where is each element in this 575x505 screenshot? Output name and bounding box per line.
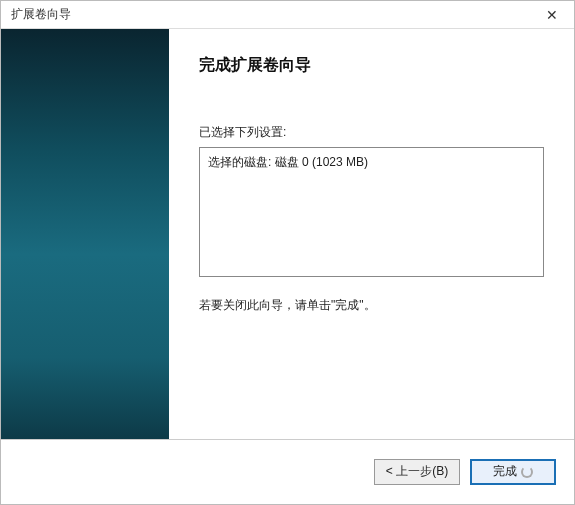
settings-summary-box: 选择的磁盘: 磁盘 0 (1023 MB) <box>199 147 544 277</box>
finish-button[interactable]: 完成 <box>470 459 556 485</box>
wizard-sidebar-graphic <box>1 29 169 439</box>
settings-summary-text: 选择的磁盘: 磁盘 0 (1023 MB) <box>208 155 368 169</box>
close-icon: ✕ <box>546 7 558 23</box>
wizard-content: 完成扩展卷向导 已选择下列设置: 选择的磁盘: 磁盘 0 (1023 MB) 若… <box>169 29 574 439</box>
loading-spinner-icon <box>521 466 533 478</box>
wizard-heading: 完成扩展卷向导 <box>199 55 544 76</box>
title-bar: 扩展卷向导 ✕ <box>1 1 574 29</box>
back-button[interactable]: < 上一步(B) <box>374 459 460 485</box>
settings-label: 已选择下列设置: <box>199 124 544 141</box>
finish-button-label: 完成 <box>493 463 517 480</box>
close-button[interactable]: ✕ <box>529 1 574 29</box>
wizard-footer: < 上一步(B) 完成 <box>1 439 574 503</box>
window-title: 扩展卷向导 <box>11 6 71 23</box>
finish-hint: 若要关闭此向导，请单击"完成"。 <box>199 297 544 314</box>
wizard-body: 完成扩展卷向导 已选择下列设置: 选择的磁盘: 磁盘 0 (1023 MB) 若… <box>1 29 574 439</box>
